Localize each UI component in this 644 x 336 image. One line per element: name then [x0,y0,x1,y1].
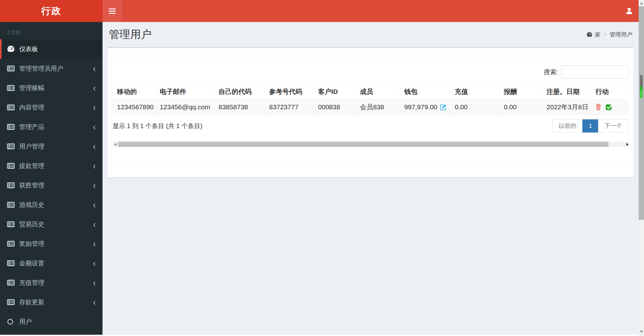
chevron-left-icon: ‹ [93,122,96,132]
list-icon [7,163,15,169]
column-header-recharge: 充值 [451,84,500,99]
sidebar-item-label: 管理管理员用户 [19,64,63,73]
user-icon [626,8,633,14]
cell-member: 会员838 [356,99,400,115]
chevron-left-icon: ‹ [93,219,96,229]
chevron-left-icon: ‹ [93,83,96,93]
list-icon [7,260,15,266]
sidebar-item-recharge-management[interactable]: 充值管理 ‹ [0,273,103,292]
delete-user-icon[interactable] [596,104,601,110]
wallet-value: 997,979.00 [404,103,437,111]
cell-wallet: 997,979.00 [400,99,451,115]
search-label: 搜索: [544,68,558,76]
bottom-edge [0,335,639,336]
cell-ref-code: 83723777 [265,99,314,115]
pagination-next-button[interactable]: 下一个 [598,119,629,133]
pagination-page-1-button[interactable]: 1 [582,119,598,133]
sidebar: 主导航 仪表板 管理管理员用户 ‹ 管理横幅 ‹ 内容管理 ‹ 管理产品 ‹ 用… [0,22,103,335]
sidebar-item-game-history[interactable]: 游戏历史 ‹ [0,195,103,214]
column-header-customer-id: 客户ID [314,84,356,99]
column-header-own-code: 自己的代码 [214,84,265,99]
gauge-icon [7,45,15,53]
sidebar-item-manage-banners[interactable]: 管理横幅 ‹ [0,78,103,98]
chevron-left-icon: ‹ [93,239,96,248]
column-header-member: 成员 [356,84,400,99]
approve-user-icon[interactable] [606,104,612,110]
sidebar-item-label: 获胜管理 [19,181,44,190]
sidebar-item-content-management[interactable]: 内容管理 ‹ [0,98,103,117]
scroll-up-arrow-icon[interactable] [639,0,644,6]
sidebar-item-winning-management[interactable]: 获胜管理 ‹ [0,176,103,195]
sidebar-item-label: 提款管理 [19,162,44,170]
list-icon [7,299,15,305]
sidebar-item-dashboard[interactable]: 仪表板 [0,39,103,59]
sidebar-item-amount-settings[interactable]: 金额设置 ‹ [0,253,103,273]
chevron-left-icon: ‹ [93,142,96,151]
horizontal-scrollbar[interactable] [113,142,629,147]
list-icon [7,182,15,188]
sidebar-item-manage-products[interactable]: 管理产品 ‹ [0,117,103,137]
cell-actions [591,99,628,115]
cell-recharge: 0.00 [451,99,500,115]
cell-reg-date: 2022年3月8日 [542,99,591,115]
panel-footer [108,161,634,177]
sidebar-item-label: 贸易历史 [19,220,44,229]
table-info: 显示 1 到 1 个条目 (共 1 个条目) [113,122,203,130]
sidebar-item-reward-management[interactable]: 奖励管理 ‹ [0,234,103,253]
scroll-left-arrow-icon[interactable] [113,142,118,147]
sidebar-toggle-button[interactable] [103,0,122,22]
list-icon [7,65,15,72]
top-navbar: 行政 [0,0,639,22]
chevron-left-icon: ‹ [93,200,96,209]
table-header-row: 移动的 电子邮件 自己的代码 参考号代码 客户ID 成员 钱包 充值 报酬 注册… [113,84,629,99]
breadcrumb-separator: > [603,32,607,37]
sidebar-item-withdrawal-management[interactable]: 提款管理 ‹ [0,156,103,176]
sidebar-item-deposit-update[interactable]: 存款更新 ‹ [0,292,103,312]
vertical-scrollbar-thumb[interactable] [639,6,644,220]
sidebar-item-label: 仪表板 [19,45,38,53]
search-input[interactable] [561,65,629,79]
scroll-right-arrow-icon[interactable] [623,142,629,147]
scroll-down-arrow-icon[interactable] [639,328,644,335]
column-header-reward: 报酬 [499,84,542,99]
sidebar-item-label: 内容管理 [19,103,44,112]
page-title: 管理用户 [109,27,152,42]
sidebar-item-label: 奖励管理 [19,240,44,248]
column-header-mobile: 移动的 [113,84,156,99]
sidebar-item-manage-admin-users[interactable]: 管理管理员用户 ‹ [0,59,103,78]
pagination: 以前的 1 下一个 [552,119,629,133]
gauge-icon [586,32,592,38]
cell-reward: 0.00 [499,99,542,115]
cell-email: 123456@qq.com [156,99,214,115]
users-panel: 搜索: 移动的 电子邮件 自己的代码 参考号代码 客户ID 成员 [108,47,634,177]
cell-own-code: 83858738 [214,99,265,115]
list-icon [7,221,15,227]
cell-customer-id: 000838 [314,99,356,115]
pagination-previous-button[interactable]: 以前的 [552,119,583,133]
sidebar-item-trade-history[interactable]: 贸易历史 ‹ [0,214,103,234]
chevron-left-icon: ‹ [93,161,96,171]
chevron-left-icon: ‹ [93,278,96,287]
column-header-email: 电子邮件 [156,84,214,99]
sidebar-item-label: 充值管理 [19,279,44,287]
sidebar-item-label: 存款更新 [19,298,44,306]
sidebar-item-label: 用户 [19,317,32,326]
circle-icon [7,318,15,325]
breadcrumb-home-link[interactable]: 家 [595,31,601,38]
vertical-scrollbar[interactable] [639,0,644,335]
user-menu-button[interactable] [620,0,639,22]
chevron-left-icon: ‹ [93,297,96,307]
edit-wallet-icon[interactable] [440,104,447,111]
table-row: 1234567890 123456@qq.com 83858738 837237… [113,99,629,115]
horizontal-scrollbar-thumb[interactable] [118,142,608,147]
sidebar-item-label: 用户管理 [19,142,44,151]
main-content: 管理用户 家 > 管理用户 搜索: [103,22,639,335]
sidebar-item-user[interactable]: 用户 [0,312,103,331]
sidebar-item-label: 管理产品 [19,123,44,131]
sidebar-section-label: 主导航 [0,22,103,39]
sidebar-item-user-management[interactable]: 用户管理 ‹ [0,137,103,156]
column-header-ref-code: 参考号代码 [265,84,314,99]
list-icon [7,279,15,286]
list-icon [7,85,15,91]
scroll-position-marker [640,75,643,98]
